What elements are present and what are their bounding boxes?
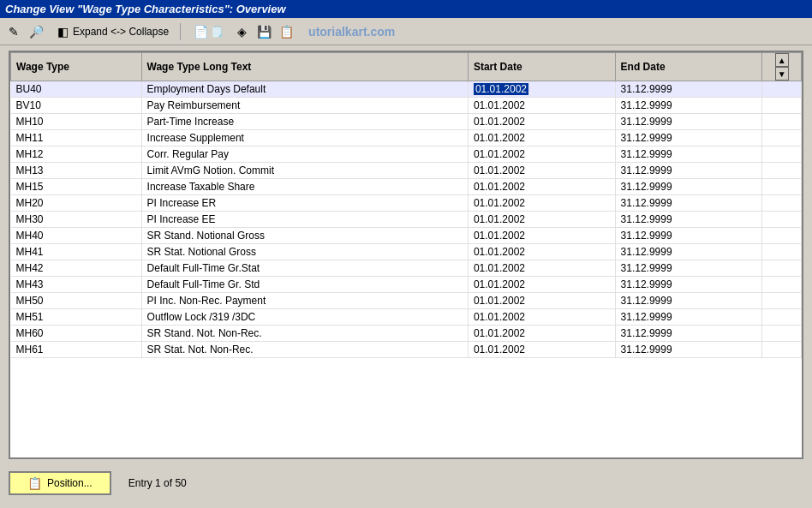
cell-scroll-col: [762, 146, 802, 163]
cell-long-text: PI Inc. Non-Rec. Payment: [141, 293, 468, 309]
cell-wage-type: BV10: [11, 98, 142, 114]
cell-end-date: 31.12.9999: [615, 179, 762, 195]
cell-start-date: 01.01.2002: [468, 244, 615, 260]
cell-end-date: 31.12.9999: [615, 114, 762, 130]
table-row[interactable]: BV10Pay Reimbursement01.01.200231.12.999…: [11, 98, 802, 114]
position-icon: 📋: [27, 476, 42, 490]
cell-end-date: 31.12.9999: [615, 130, 762, 146]
scroll-up-icon[interactable]: ▲: [775, 53, 789, 67]
table-row[interactable]: MH11Increase Supplement01.01.200231.12.9…: [11, 130, 802, 146]
cell-scroll-col: [762, 342, 802, 358]
table-row[interactable]: MH60SR Stand. Not. Non-Rec.01.01.200231.…: [11, 326, 802, 342]
delimit-label: 🗒️: [211, 26, 224, 38]
cell-end-date: 31.12.9999: [615, 146, 762, 163]
cell-wage-type: MH15: [11, 179, 142, 195]
cell-long-text: Outflow Lock /319 /3DC: [141, 309, 468, 326]
cell-start-date: 01.01.2002: [468, 130, 615, 146]
cell-scroll-col: [762, 244, 802, 260]
table-row[interactable]: MH43Default Full-Time Gr. Std01.01.20023…: [11, 277, 802, 293]
expand-icon: ◧: [54, 23, 71, 40]
cell-start-date: 01.01.2002: [468, 277, 615, 293]
cell-wage-type: MH50: [11, 293, 142, 309]
cell-scroll-col: [762, 277, 802, 293]
copy-icon[interactable]: 📋: [278, 23, 295, 40]
cell-wage-type: MH43: [11, 277, 142, 293]
cell-start-date: 01.01.2002: [468, 114, 615, 130]
position-button[interactable]: 📋 Position...: [9, 471, 111, 495]
delimit-btn[interactable]: 📄 🗒️: [188, 21, 228, 43]
cell-end-date: 31.12.9999: [615, 342, 762, 358]
cell-scroll-col: [762, 98, 802, 114]
cell-scroll-col: [762, 81, 802, 98]
cell-wage-type: BU40: [11, 81, 142, 98]
cell-start-date: 01.01.2002: [468, 195, 615, 212]
table-row[interactable]: MH15Increase Taxable Share01.01.200231.1…: [11, 179, 802, 195]
table-row[interactable]: MH20PI Increase ER01.01.200231.12.9999: [11, 195, 802, 212]
cell-wage-type: MH10: [11, 114, 142, 130]
cell-end-date: 31.12.9999: [615, 260, 762, 277]
cell-end-date: 31.12.9999: [615, 195, 762, 212]
cell-wage-type: MH20: [11, 195, 142, 212]
cell-end-date: 31.12.9999: [615, 81, 762, 98]
cell-scroll-col: [762, 228, 802, 244]
cell-scroll-col: [762, 326, 802, 342]
cell-scroll-col: [762, 163, 802, 179]
table-scroll[interactable]: Wage Type Wage Type Long Text Start Date…: [10, 52, 802, 457]
col-header-scrollbar: ▲ ▼: [762, 53, 802, 81]
cell-wage-type: MH60: [11, 326, 142, 342]
wage-table: Wage Type Wage Type Long Text Start Date…: [10, 52, 802, 358]
table-body: BU40Employment Days Default01.01.200231.…: [11, 81, 802, 358]
separator1: [180, 23, 181, 40]
table-row[interactable]: MH30PI Increase EE01.01.200231.12.9999: [11, 212, 802, 228]
table-row[interactable]: MH10Part-Time Increase01.01.200231.12.99…: [11, 114, 802, 130]
cell-wage-type: MH30: [11, 212, 142, 228]
cell-end-date: 31.12.9999: [615, 163, 762, 179]
table-row[interactable]: MH50PI Inc. Non-Rec. Payment01.01.200231…: [11, 293, 802, 309]
table-row[interactable]: MH42Default Full-Time Gr.Stat01.01.20023…: [11, 260, 802, 277]
position-label: Position...: [47, 477, 93, 489]
cell-wage-type: MH12: [11, 146, 142, 163]
cell-start-date: 01.01.2002: [468, 146, 615, 163]
cell-long-text: SR Stat. Not. Non-Rec.: [141, 342, 468, 358]
cell-start-date: 01.01.2002: [468, 81, 615, 98]
diamond-icon[interactable]: ◈: [233, 23, 250, 40]
cell-scroll-col: [762, 130, 802, 146]
cell-long-text: SR Stand. Notional Gross: [141, 228, 468, 244]
cell-long-text: SR Stand. Not. Non-Rec.: [141, 326, 468, 342]
toolbar: ✎ 🔎 ◧ Expand <-> Collapse 📄 🗒️ ◈ 💾 📋 uto…: [0, 18, 812, 45]
table-row[interactable]: MH40SR Stand. Notional Gross01.01.200231…: [11, 228, 802, 244]
cell-scroll-col: [762, 212, 802, 228]
table-row[interactable]: MH12Corr. Regular Pay01.01.200231.12.999…: [11, 146, 802, 163]
cell-long-text: Limit AVmG Notion. Commit: [141, 163, 468, 179]
table-header-row: Wage Type Wage Type Long Text Start Date…: [11, 53, 802, 81]
table-row[interactable]: MH13Limit AVmG Notion. Commit01.01.20023…: [11, 163, 802, 179]
cell-scroll-col: [762, 293, 802, 309]
cell-end-date: 31.12.9999: [615, 277, 762, 293]
expand-collapse-btn[interactable]: ◧ Expand <-> Collapse: [50, 21, 173, 43]
cell-start-date: 01.01.2002: [468, 179, 615, 195]
cell-wage-type: MH41: [11, 244, 142, 260]
table-row[interactable]: MH51Outflow Lock /319 /3DC01.01.200231.1…: [11, 309, 802, 326]
table-row[interactable]: MH61SR Stat. Not. Non-Rec.01.01.200231.1…: [11, 342, 802, 358]
cell-scroll-col: [762, 260, 802, 277]
cell-scroll-col: [762, 309, 802, 326]
cell-long-text: Part-Time Increase: [141, 114, 468, 130]
cell-long-text: SR Stat. Notional Gross: [141, 244, 468, 260]
table-row[interactable]: BU40Employment Days Default01.01.200231.…: [11, 81, 802, 98]
cell-long-text: Pay Reimbursement: [141, 98, 468, 114]
cell-scroll-col: [762, 195, 802, 212]
table-row[interactable]: MH41SR Stat. Notional Gross01.01.200231.…: [11, 244, 802, 260]
cell-long-text: Default Full-Time Gr. Std: [141, 277, 468, 293]
cell-start-date: 01.01.2002: [468, 98, 615, 114]
cell-start-date: 01.01.2002: [468, 326, 615, 342]
cell-long-text: Default Full-Time Gr.Stat: [141, 260, 468, 277]
cell-start-date: 01.01.2002: [468, 260, 615, 277]
document-search-icon[interactable]: 🔎: [27, 23, 45, 40]
cell-start-date: 01.01.2002: [468, 163, 615, 179]
save-icon[interactable]: 💾: [255, 23, 272, 40]
edit-icon[interactable]: ✎: [5, 23, 22, 40]
scroll-down-icon[interactable]: ▼: [775, 67, 789, 81]
cell-end-date: 31.12.9999: [615, 244, 762, 260]
delimit-icon: 📄: [192, 23, 209, 40]
col-header-end-date: End Date: [615, 53, 762, 81]
